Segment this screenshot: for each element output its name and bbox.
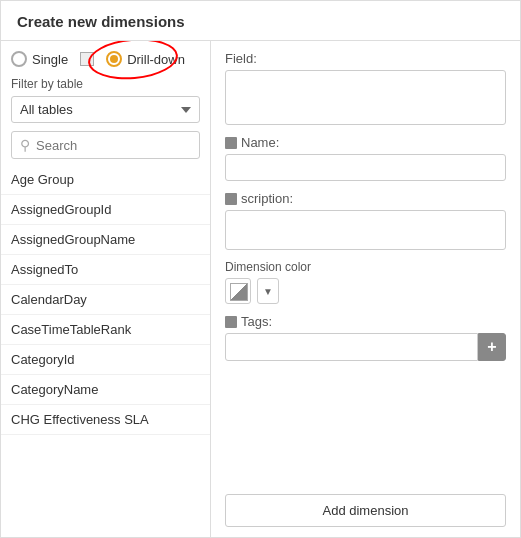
filter-section: Filter by table All tables: [1, 77, 210, 131]
radio-group: Single Drill-down: [1, 51, 210, 77]
tags-group: Tags: +: [225, 314, 506, 361]
list-item[interactable]: Age Group: [1, 165, 210, 195]
right-panel: Field: Name: scription:: [211, 41, 520, 537]
radio-single-circle: [11, 51, 27, 67]
header: Create new dimensions: [1, 1, 520, 41]
list-item[interactable]: CalendarDay: [1, 285, 210, 315]
list-item[interactable]: CHG Effectiveness SLA: [1, 405, 210, 435]
tags-row: +: [225, 333, 506, 361]
add-dimension-button[interactable]: Add dimension: [225, 494, 506, 527]
radio-drilldown[interactable]: Drill-down: [106, 51, 185, 67]
radio-single[interactable]: Single: [11, 51, 68, 67]
name-input[interactable]: [225, 154, 506, 181]
description-label: scription:: [225, 191, 506, 206]
field-list: Age Group AssignedGroupId AssignedGroupN…: [1, 165, 210, 537]
filter-select[interactable]: All tables: [11, 96, 200, 123]
filter-label: Filter by table: [11, 77, 200, 91]
color-swatch-inner: [230, 283, 246, 299]
color-row: ▼: [225, 278, 506, 304]
field-group: Field:: [225, 51, 506, 125]
tags-label: Tags:: [225, 314, 506, 329]
description-icon: [225, 193, 237, 205]
radio-drilldown-wrapper: Drill-down: [106, 51, 185, 67]
search-box: ⚲: [11, 131, 200, 159]
tags-input[interactable]: [225, 333, 478, 361]
radio-single-label: Single: [32, 52, 68, 67]
search-input[interactable]: [36, 138, 191, 153]
description-group: scription:: [225, 191, 506, 250]
field-label: Field:: [225, 51, 506, 66]
color-label: Dimension color: [225, 260, 506, 274]
name-icon: [225, 137, 237, 149]
main-content: Single Drill-down Filter by table All ta…: [1, 41, 520, 537]
color-group: Dimension color ▼: [225, 260, 506, 304]
name-group: Name:: [225, 135, 506, 181]
tags-icon: [225, 316, 237, 328]
checkbox-icon: [80, 52, 94, 66]
list-item[interactable]: AssignedGroupId: [1, 195, 210, 225]
left-panel: Single Drill-down Filter by table All ta…: [1, 41, 211, 537]
page-title: Create new dimensions: [17, 13, 185, 30]
tags-add-btn[interactable]: +: [478, 333, 506, 361]
radio-drilldown-label: Drill-down: [127, 52, 185, 67]
list-item[interactable]: AssignedTo: [1, 255, 210, 285]
search-icon: ⚲: [20, 137, 30, 153]
list-item[interactable]: CaseTimeTableRank: [1, 315, 210, 345]
name-label: Name:: [225, 135, 506, 150]
list-item[interactable]: AssignedGroupName: [1, 225, 210, 255]
color-swatch[interactable]: [225, 278, 251, 304]
color-dropdown-btn[interactable]: ▼: [257, 278, 279, 304]
list-item[interactable]: CategoryId: [1, 345, 210, 375]
page-container: Create new dimensions Single Drill-down: [0, 0, 521, 538]
field-area[interactable]: [225, 70, 506, 125]
list-item[interactable]: CategoryName: [1, 375, 210, 405]
radio-drilldown-circle: [106, 51, 122, 67]
description-input[interactable]: [225, 210, 506, 250]
